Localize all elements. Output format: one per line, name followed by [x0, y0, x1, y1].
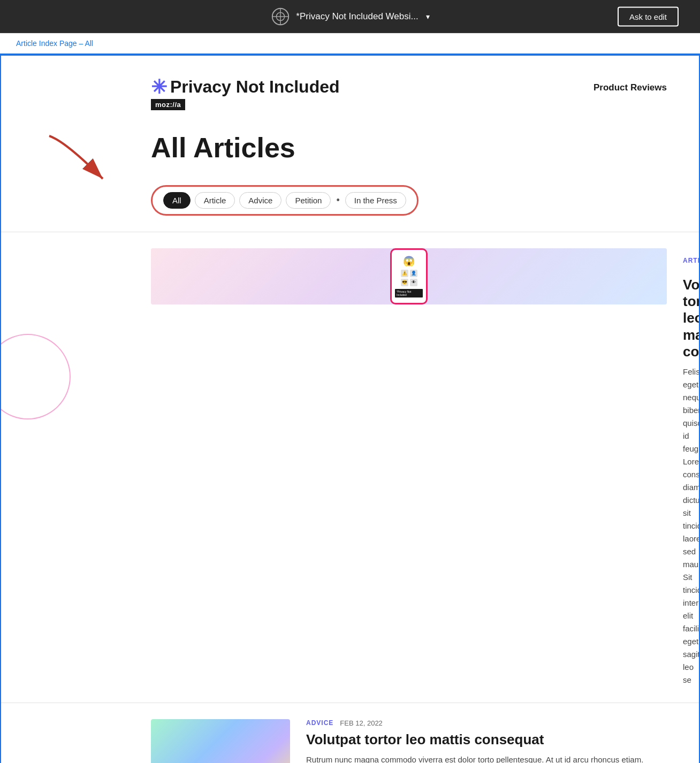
breadcrumb[interactable]: Article Index Page – All: [16, 39, 93, 48]
page-title: All Articles: [151, 132, 667, 164]
arrow-annotation: [33, 131, 151, 195]
site-logo-title: ✳ Privacy Not Included: [151, 77, 340, 97]
site-name: Privacy Not Included: [170, 77, 340, 97]
mozilla-badge: moz://a: [151, 99, 185, 110]
table-row: 😱 ⚠️ 👤 😎 👁 *Privacy Not Included ARTICLE: [1, 232, 699, 703]
filter-separator: •: [336, 195, 339, 206]
mozilla-logo-icon: [270, 6, 291, 27]
topbar-center: *Privacy Not Included Websi... ▾: [270, 6, 429, 27]
article-list: 😱 ⚠️ 👤 😎 👁 *Privacy Not Included ARTICLE: [1, 232, 699, 763]
site-header: ✳ Privacy Not Included moz://a Product R…: [1, 56, 699, 121]
topbar: *Privacy Not Included Websi... ▾ Ask to …: [0, 0, 700, 33]
filter-petition-button[interactable]: Petition: [286, 192, 331, 209]
article-thumbnail: [151, 719, 290, 763]
table-row: ADVICE FEB 12, 2022 Volutpat tortor leo …: [1, 703, 699, 763]
breadcrumb-bar: Article Index Page – All: [0, 33, 700, 55]
site-logo-area: ✳ Privacy Not Included moz://a: [151, 77, 340, 110]
article-category: ADVICE: [306, 719, 333, 727]
nav-product-reviews[interactable]: Product Reviews: [594, 82, 667, 93]
article-category: ARTICLE: [683, 257, 700, 264]
main-frame: ✳ Privacy Not Included moz://a Product R…: [0, 55, 700, 763]
asterisk-icon: ✳: [151, 78, 167, 97]
filter-bar: All Article Advice Petition • In the Pre…: [151, 185, 419, 216]
filter-all-button[interactable]: All: [163, 192, 191, 209]
topbar-chevron-icon[interactable]: ▾: [426, 12, 430, 21]
filter-advice-button[interactable]: Advice: [239, 192, 281, 209]
article-excerpt: Rutrum nunc magna commodo viverra est do…: [306, 753, 667, 763]
article-content: ADVICE FEB 12, 2022 Volutpat tortor leo …: [306, 719, 667, 763]
topbar-site-title: *Privacy Not Included Websi...: [296, 11, 418, 22]
article-meta: ADVICE FEB 12, 2022: [306, 719, 667, 727]
ask-to-edit-button[interactable]: Ask to edit: [618, 6, 679, 26]
filter-article-button[interactable]: Article: [195, 192, 235, 209]
article-date: FEB 12, 2022: [340, 719, 383, 727]
article-title[interactable]: Volutpat tortor leo mattis consequat: [306, 731, 667, 748]
filter-in-the-press-button[interactable]: In the Press: [345, 192, 406, 209]
article-thumbnail: 😱 ⚠️ 👤 😎 👁 *Privacy Not Included: [151, 248, 667, 304]
